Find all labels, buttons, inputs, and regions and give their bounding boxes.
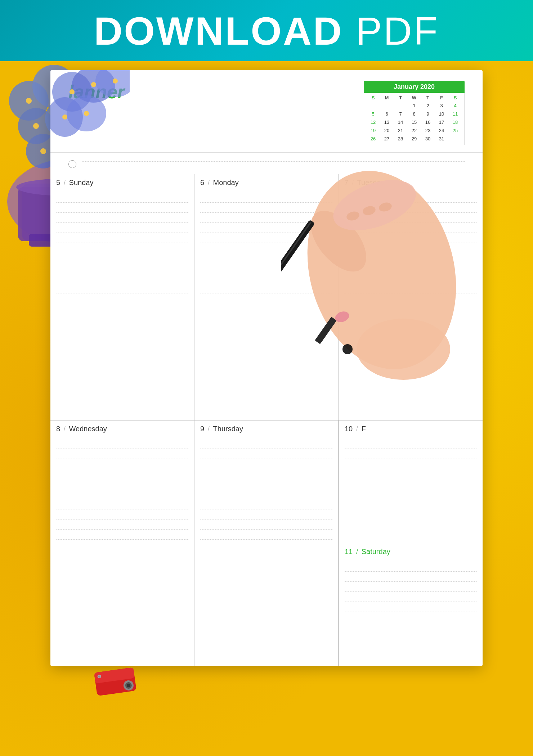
monday-header: 6 / Monday <box>200 179 332 189</box>
header-title: DOWNLOAD PDF <box>94 8 439 54</box>
mini-cal-weeks: 1 2 3 4 5 6 7 8 9 10 <box>366 102 462 143</box>
wednesday-lines <box>56 439 188 540</box>
sunday-number: 5 <box>56 179 60 187</box>
cal-header-fri: F <box>435 95 448 100</box>
monday-number: 6 <box>200 179 204 187</box>
cal-header-sun: S <box>366 95 380 100</box>
svg-line-58 <box>99 675 99 678</box>
cal-header-mon: M <box>380 95 394 100</box>
cal-week-3: 12 13 14 15 16 17 18 <box>366 118 462 126</box>
thursday-number: 9 <box>200 425 204 433</box>
cal-header-thu: T <box>421 95 435 100</box>
monday-lines <box>200 193 332 293</box>
sunday-name: Sunday <box>69 179 94 187</box>
tuesday-number: 7 <box>344 179 348 187</box>
mini-cal-days-header: S M T W T F S <box>366 95 462 100</box>
monday-name: Monday <box>213 179 239 187</box>
right-col-fri-sat: 10 / F <box>339 420 483 666</box>
day-cell-monday: 6 / Monday <box>194 174 339 420</box>
thursday-name: Thursday <box>213 425 243 433</box>
planner-page: lanner January 2020 S M T W T F S <box>50 70 483 666</box>
tuesday-header: 7 / Tuesday <box>344 179 477 189</box>
pencil-sharpener <box>94 666 140 700</box>
header-light-text: PDF <box>355 9 439 53</box>
sunday-lines <box>56 193 188 293</box>
svg-point-23 <box>40 148 46 154</box>
mini-calendar: January 2020 S M T W T F S <box>364 81 465 145</box>
week-row-2: 8 / Wednesday <box>50 420 483 666</box>
saturday-lines <box>345 562 477 622</box>
day-cell-sunday: 5 / Sunday <box>50 174 194 420</box>
cal-week-2: 5 6 7 8 9 10 11 <box>366 110 462 118</box>
day-cell-wednesday: 8 / Wednesday <box>50 420 194 666</box>
week-row-1: 5 / Sunday <box>50 174 483 420</box>
mini-cal-month-year: January 2020 <box>364 81 465 93</box>
cal-week-4: 19 20 21 22 23 24 25 <box>366 127 462 134</box>
thursday-header: 9 / Thursday <box>200 425 332 435</box>
goal-line-1 <box>82 161 465 162</box>
planner-header: lanner January 2020 S M T W T F S <box>50 70 483 153</box>
tuesday-name: Tuesday <box>357 179 385 187</box>
goal-lines <box>82 161 465 167</box>
planner-body: 5 / Sunday <box>50 174 483 666</box>
goals-notes-area <box>50 153 483 174</box>
saturday-name: Saturday <box>362 548 390 556</box>
tuesday-lines <box>344 193 477 293</box>
cal-header-sat: S <box>448 95 462 100</box>
saturday-number: 11 <box>345 548 353 556</box>
day-cell-friday: 10 / F <box>339 420 483 544</box>
planner-title: lanner <box>68 81 125 103</box>
header-bold-text: DOWNLOAD <box>94 9 343 53</box>
thursday-lines <box>200 439 332 540</box>
planner-content: lanner January 2020 S M T W T F S <box>50 70 483 666</box>
day-cell-tuesday: 7 / Tuesday <box>339 174 483 420</box>
friday-header: 10 / F <box>345 425 477 435</box>
saturday-header: 11 / Saturday <box>345 548 477 558</box>
day-cell-saturday: 11 / Saturday <box>339 543 483 666</box>
cal-week-1: 1 2 3 4 <box>366 102 462 109</box>
goal-line-2 <box>82 167 465 167</box>
friday-number: 10 <box>345 425 353 433</box>
wednesday-number: 8 <box>56 425 60 433</box>
cal-week-5: 26 27 28 29 30 31 <box>366 135 462 143</box>
day-cell-thursday: 9 / Thursday <box>194 420 339 666</box>
sunday-header: 5 / Sunday <box>56 179 188 189</box>
friday-lines <box>345 439 477 489</box>
cal-header-tue: T <box>394 95 407 100</box>
wednesday-header: 8 / Wednesday <box>56 425 188 435</box>
goal-checkbox <box>68 160 76 168</box>
mini-cal-grid: S M T W T F S 1 <box>364 93 465 145</box>
wednesday-name: Wednesday <box>69 425 107 433</box>
svg-point-14 <box>26 98 32 104</box>
cal-header-wed: W <box>407 95 421 100</box>
header-banner: DOWNLOAD PDF <box>0 0 533 61</box>
svg-point-19 <box>33 123 39 129</box>
friday-name: F <box>362 425 366 433</box>
